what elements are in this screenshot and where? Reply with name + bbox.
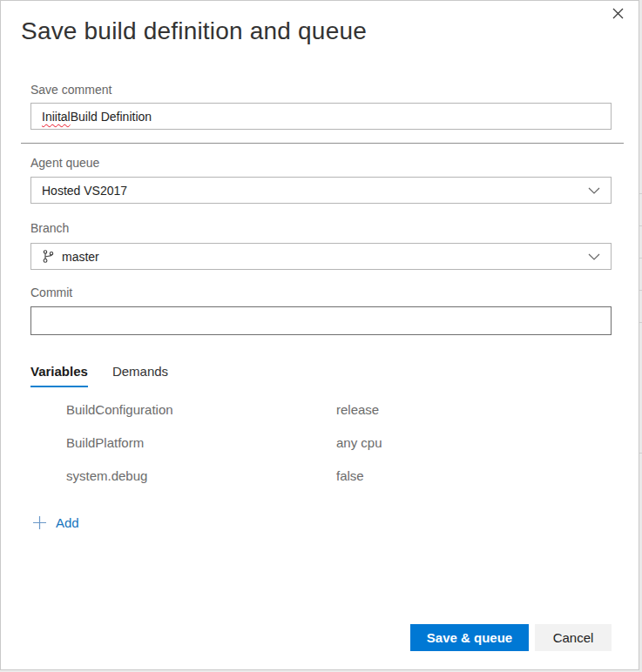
close-button[interactable] bbox=[609, 6, 626, 24]
dialog-title: Save build definition and queue bbox=[21, 17, 367, 45]
variable-value: release bbox=[336, 402, 379, 417]
chevron-down-icon bbox=[588, 253, 600, 260]
section-divider bbox=[21, 143, 624, 144]
save-build-dialog: Save build definition and queue Save com… bbox=[0, 0, 639, 670]
commit-label: Commit bbox=[30, 286, 72, 299]
agent-queue-label: Agent queue bbox=[30, 156, 99, 170]
save-comment-value-rest: Build Definition bbox=[71, 110, 152, 124]
git-branch-icon bbox=[42, 249, 54, 264]
save-comment-input[interactable]: Iniital Build Definition bbox=[30, 103, 612, 130]
screen: Save build definition and queue Save com… bbox=[0, 0, 642, 672]
tab-variables[interactable]: Variables bbox=[30, 364, 88, 387]
variable-row[interactable]: system.debug false bbox=[30, 459, 612, 492]
variable-value: false bbox=[336, 468, 364, 483]
plus-icon bbox=[32, 515, 47, 530]
save-and-queue-button[interactable]: Save & queue bbox=[410, 624, 529, 651]
close-icon bbox=[612, 7, 625, 23]
chevron-down-icon bbox=[588, 187, 600, 194]
branch-dropdown[interactable]: master bbox=[30, 243, 612, 270]
tab-demands[interactable]: Demands bbox=[112, 364, 168, 387]
commit-input[interactable] bbox=[30, 306, 612, 335]
variable-name: BuildPlatform bbox=[66, 435, 336, 450]
add-variable-button[interactable]: Add bbox=[32, 515, 79, 530]
add-label: Add bbox=[56, 515, 79, 530]
tab-bar: Variables Demands bbox=[30, 364, 168, 387]
agent-queue-value: Hosted VS2017 bbox=[42, 184, 127, 198]
variable-value: any cpu bbox=[336, 435, 382, 450]
branch-value: master bbox=[62, 250, 99, 264]
variable-name: system.debug bbox=[66, 468, 336, 483]
variable-row[interactable]: BuildConfiguration release bbox=[30, 393, 612, 426]
save-comment-label: Save comment bbox=[30, 83, 112, 97]
cancel-button[interactable]: Cancel bbox=[535, 624, 612, 651]
branch-label: Branch bbox=[30, 221, 69, 235]
save-comment-value-misspelled: Iniital bbox=[42, 110, 71, 124]
variable-row[interactable]: BuildPlatform any cpu bbox=[30, 426, 612, 459]
agent-queue-dropdown[interactable]: Hosted VS2017 bbox=[30, 177, 612, 204]
variables-list: BuildConfiguration release BuildPlatform… bbox=[30, 393, 612, 492]
variable-name: BuildConfiguration bbox=[66, 402, 336, 417]
